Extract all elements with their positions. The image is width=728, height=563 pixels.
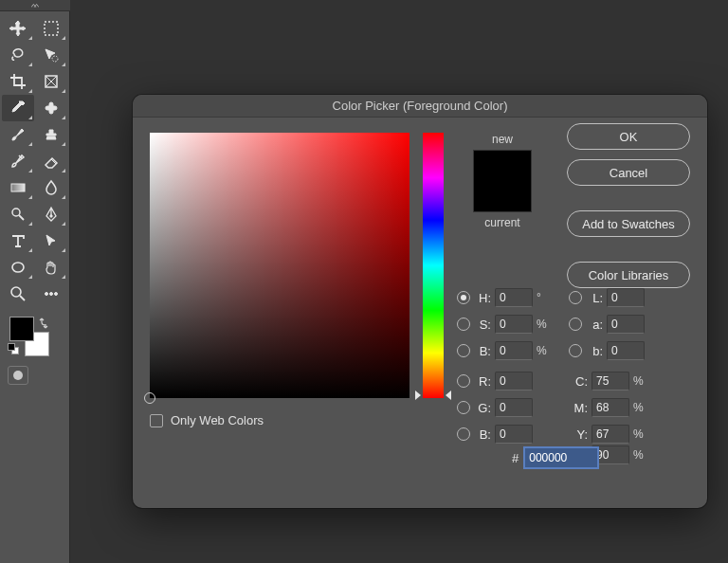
- input-a[interactable]: [607, 315, 645, 334]
- svg-point-7: [12, 209, 20, 216]
- move-icon[interactable]: [2, 15, 34, 42]
- label-bv: B:: [474, 344, 491, 358]
- swap-colors-icon[interactable]: [38, 317, 51, 330]
- radio-s[interactable]: [457, 318, 470, 331]
- new-current-preview[interactable]: [473, 150, 532, 212]
- label-s: S:: [474, 318, 491, 332]
- input-g[interactable]: [495, 398, 533, 417]
- radio-a[interactable]: [569, 318, 582, 331]
- marquee-icon[interactable]: [35, 15, 67, 42]
- input-bc[interactable]: [495, 425, 533, 444]
- label-a: a:: [586, 318, 603, 332]
- current-label: current: [457, 216, 548, 229]
- dialog-title: Color Picker (Foreground Color): [133, 95, 707, 118]
- radio-r[interactable]: [457, 374, 470, 388]
- add-to-swatches-button[interactable]: Add to Swatches: [567, 210, 690, 237]
- brush-icon[interactable]: [2, 121, 34, 148]
- color-picker-dialog: Color Picker (Foreground Color) new curr…: [133, 95, 707, 508]
- quick-select-icon[interactable]: [35, 42, 67, 68]
- blur-icon[interactable]: [35, 174, 67, 201]
- input-bv[interactable]: [495, 341, 533, 360]
- saturation-brightness-field[interactable]: [150, 133, 410, 398]
- label-bc: B:: [474, 427, 491, 442]
- label-y: Y:: [569, 427, 588, 442]
- type-icon[interactable]: [2, 227, 34, 254]
- more-icon[interactable]: [35, 281, 67, 307]
- ok-button[interactable]: OK: [567, 123, 690, 150]
- input-h[interactable]: [495, 288, 533, 307]
- history-brush-icon[interactable]: [2, 148, 34, 174]
- zoom-icon[interactable]: [2, 281, 34, 307]
- label-r: R:: [474, 374, 491, 389]
- svg-point-12: [49, 293, 52, 296]
- hue-slider[interactable]: [423, 133, 444, 398]
- hand-icon[interactable]: [35, 254, 67, 281]
- radio-l[interactable]: [569, 291, 582, 304]
- label-c: C:: [569, 374, 588, 389]
- gradient-icon[interactable]: [2, 174, 34, 201]
- radio-bc[interactable]: [457, 427, 470, 441]
- field-marker[interactable]: [144, 392, 155, 404]
- svg-point-11: [45, 293, 47, 296]
- svg-rect-6: [11, 184, 25, 191]
- input-s[interactable]: [495, 315, 533, 334]
- only-web-colors-label: Only Web Colors: [171, 413, 264, 427]
- input-l[interactable]: [607, 288, 645, 307]
- radio-g[interactable]: [457, 401, 470, 414]
- foreground-color-swatch[interactable]: [9, 317, 34, 341]
- input-y[interactable]: [592, 425, 629, 444]
- svg-rect-4: [49, 102, 53, 114]
- svg-point-10: [11, 287, 21, 297]
- svg-point-8: [49, 215, 51, 217]
- path-select-icon[interactable]: [35, 227, 67, 254]
- collapse-handle[interactable]: [0, 0, 70, 11]
- label-l: L:: [586, 291, 603, 305]
- cancel-button[interactable]: Cancel: [567, 159, 690, 186]
- new-label: new: [457, 133, 548, 146]
- label-g: G:: [474, 401, 491, 415]
- svg-point-1: [52, 56, 58, 62]
- label-h: H:: [474, 291, 491, 305]
- quick-mask-icon[interactable]: [8, 366, 28, 385]
- only-web-colors-checkbox[interactable]: [150, 414, 163, 427]
- input-m[interactable]: [592, 398, 629, 417]
- hex-label: #: [512, 451, 519, 465]
- svg-rect-0: [45, 22, 58, 35]
- hex-input[interactable]: [524, 447, 598, 468]
- eyedropper-icon[interactable]: [2, 95, 34, 121]
- default-colors-icon[interactable]: [8, 343, 21, 356]
- pen-icon[interactable]: [35, 201, 67, 227]
- lasso-icon[interactable]: [2, 42, 34, 68]
- svg-point-9: [12, 263, 24, 272]
- radio-bl[interactable]: [569, 344, 582, 357]
- label-bl: b:: [586, 344, 603, 358]
- label-m: M:: [569, 401, 588, 415]
- radio-bv[interactable]: [457, 344, 470, 357]
- color-swatches: [8, 317, 57, 362]
- dodge-icon[interactable]: [2, 201, 34, 227]
- frame-icon[interactable]: [35, 68, 67, 95]
- svg-point-13: [54, 293, 57, 296]
- input-r[interactable]: [495, 372, 533, 390]
- shape-icon[interactable]: [2, 254, 34, 281]
- clone-stamp-icon[interactable]: [35, 121, 67, 148]
- tools-panel: [0, 0, 70, 563]
- input-c[interactable]: [592, 372, 629, 390]
- eraser-icon[interactable]: [35, 148, 67, 174]
- crop-icon[interactable]: [2, 68, 34, 95]
- healing-brush-icon[interactable]: [35, 95, 67, 121]
- input-bl[interactable]: [607, 341, 645, 360]
- radio-h[interactable]: [457, 291, 470, 304]
